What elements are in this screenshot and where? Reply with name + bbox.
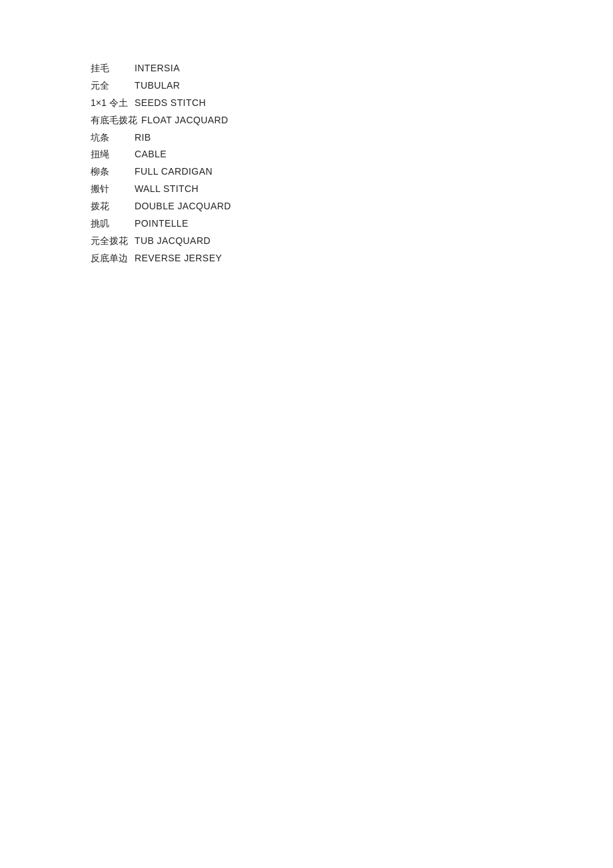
english-label: FLOAT JACQUARD xyxy=(141,112,229,129)
english-label: TUBULAR xyxy=(135,77,180,95)
list-item: 挑叽POINTELLE xyxy=(91,215,613,233)
list-item: 反底单边REVERSE JERSEY xyxy=(91,250,613,267)
chinese-label: 扭绳 xyxy=(91,146,131,163)
english-label: RIB xyxy=(135,129,151,147)
list-item: 搬针WALL STITCH xyxy=(91,181,613,198)
english-label: WALL STITCH xyxy=(135,181,199,198)
english-label: REVERSE JERSEY xyxy=(135,250,222,267)
english-label: SEEDS STITCH xyxy=(135,95,206,112)
chinese-label: 1×1 令土 xyxy=(91,95,131,112)
chinese-label: 有底毛拨花 xyxy=(91,112,137,129)
list-item: 扭绳CABLE xyxy=(91,146,613,163)
list-item: 有底毛拨花FLOAT JACQUARD xyxy=(91,112,613,129)
list-item: 元全TUBULAR xyxy=(91,77,613,95)
list-item: 1×1 令土SEEDS STITCH xyxy=(91,95,613,112)
list-item: 拨花DOUBLE JACQUARD xyxy=(91,198,613,215)
list-item: 坑条RIB xyxy=(91,129,613,147)
chinese-label: 元全拨花 xyxy=(91,233,131,250)
english-label: TUB JACQUARD xyxy=(135,233,211,250)
english-label: FULL CARDIGAN xyxy=(135,163,213,181)
chinese-label: 拨花 xyxy=(91,198,131,215)
chinese-label: 挑叽 xyxy=(91,215,131,233)
english-label: INTERSIA xyxy=(135,60,180,77)
english-label: CABLE xyxy=(135,146,167,163)
list-item: 柳条FULL CARDIGAN xyxy=(91,163,613,181)
chinese-label: 搬针 xyxy=(91,181,131,198)
english-label: DOUBLE JACQUARD xyxy=(135,198,231,215)
chinese-label: 元全 xyxy=(91,77,131,95)
main-content: 挂毛INTERSIA元全TUBULAR1×1 令土SEEDS STITCH有底毛… xyxy=(0,0,613,267)
chinese-label: 坑条 xyxy=(91,129,131,147)
english-label: POINTELLE xyxy=(135,215,189,233)
chinese-label: 挂毛 xyxy=(91,60,131,77)
chinese-label: 反底单边 xyxy=(91,250,131,267)
chinese-label: 柳条 xyxy=(91,163,131,181)
list-item: 挂毛INTERSIA xyxy=(91,60,613,77)
stitch-type-list: 挂毛INTERSIA元全TUBULAR1×1 令土SEEDS STITCH有底毛… xyxy=(91,60,613,267)
list-item: 元全拨花TUB JACQUARD xyxy=(91,233,613,250)
